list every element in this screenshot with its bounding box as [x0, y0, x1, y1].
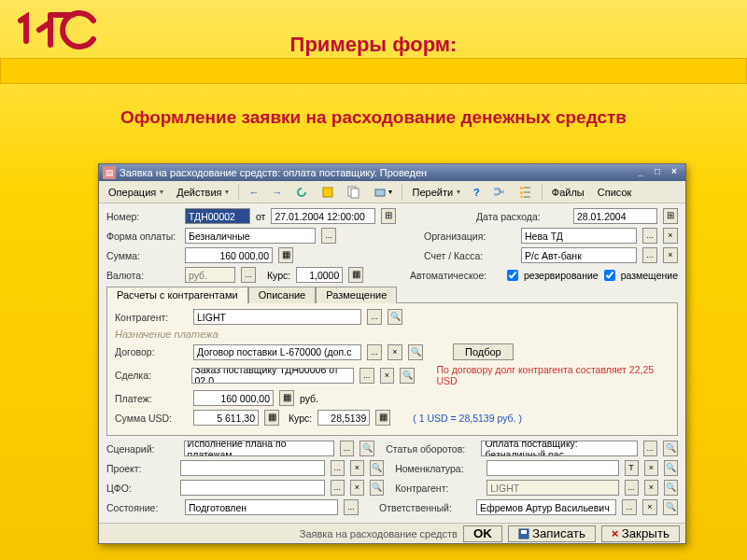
- tab-settlements[interactable]: Расчеты с контрагентами: [106, 287, 248, 303]
- close-label: Закрыть: [622, 526, 669, 540]
- copy-button[interactable]: [342, 184, 366, 201]
- cfo-clear[interactable]: ×: [350, 480, 364, 496]
- close-button[interactable]: ×: [667, 166, 682, 179]
- save-button[interactable]: Записать: [508, 525, 596, 542]
- help-button[interactable]: ?: [468, 184, 486, 201]
- c2-clear[interactable]: ×: [644, 480, 658, 496]
- arrow-right-icon: →: [272, 187, 282, 198]
- pick-button[interactable]: Подбор: [453, 343, 514, 360]
- contract-lookup[interactable]: 🔍: [408, 344, 423, 360]
- sumusd-field[interactable]: 5 611,30: [193, 410, 259, 426]
- date-field[interactable]: 27.01.2004 12:00:00: [271, 208, 375, 224]
- minimize-button[interactable]: _: [633, 166, 648, 179]
- contract-ellipsis[interactable]: ...: [367, 344, 382, 360]
- calendar2-button[interactable]: ⊞: [663, 208, 678, 224]
- project-ellipsis[interactable]: ...: [331, 460, 345, 476]
- rate-calc[interactable]: ▦: [348, 267, 363, 283]
- ok-button[interactable]: OK: [463, 525, 502, 542]
- tab-placement[interactable]: Размещение: [316, 287, 397, 303]
- basedon-icon: [374, 186, 387, 199]
- actions-menu[interactable]: Действия: [171, 184, 234, 201]
- cfo-ellipsis[interactable]: ...: [331, 480, 345, 496]
- project-field[interactable]: [180, 460, 325, 476]
- acct-clear[interactable]: ×: [663, 247, 678, 263]
- payment-calc[interactable]: ▦: [279, 390, 294, 406]
- refresh-button[interactable]: [289, 184, 314, 201]
- deal-ellipsis[interactable]: ...: [359, 368, 374, 384]
- contract-field[interactable]: Договор поставки L-670000 (доп.с: [193, 344, 361, 360]
- org-clear[interactable]: ×: [663, 228, 678, 244]
- nav-forward-button[interactable]: →: [266, 184, 288, 201]
- article-ellipsis[interactable]: ...: [643, 441, 658, 456]
- nomen-clear[interactable]: ×: [644, 460, 658, 476]
- post-button[interactable]: [316, 184, 340, 201]
- rate-field[interactable]: 1,0000: [296, 267, 343, 283]
- cfo-field[interactable]: [180, 480, 325, 496]
- deal-lookup[interactable]: 🔍: [400, 368, 415, 384]
- scenario-lookup[interactable]: 🔍: [359, 441, 374, 456]
- number-field[interactable]: ТДН00002: [185, 208, 250, 224]
- nomenclature-field[interactable]: [486, 460, 618, 476]
- org-field[interactable]: Нева ТД: [521, 228, 637, 244]
- responsible-field[interactable]: Ефремов Артур Васильевич: [476, 499, 616, 515]
- resp-clear[interactable]: ×: [642, 499, 657, 515]
- currency-ellipsis[interactable]: ...: [241, 267, 256, 283]
- reserve-checkbox[interactable]: [507, 270, 518, 281]
- structure-button[interactable]: [487, 184, 512, 201]
- search-icon: 🔍: [390, 312, 401, 321]
- acct-ellipsis[interactable]: ...: [642, 247, 657, 263]
- c2-lookup[interactable]: 🔍: [664, 480, 678, 496]
- counterparty-lookup[interactable]: 🔍: [388, 309, 402, 325]
- scenario-ellipsis[interactable]: ...: [340, 441, 355, 456]
- currency-field: руб.: [185, 267, 235, 283]
- project-lookup[interactable]: 🔍: [370, 460, 384, 476]
- calendar-button[interactable]: ⊞: [381, 208, 396, 224]
- project-clear[interactable]: ×: [350, 460, 364, 476]
- payform-field[interactable]: Безналичные: [185, 228, 316, 244]
- resp-ellipsis[interactable]: ...: [622, 499, 637, 515]
- goto-menu[interactable]: Перейти: [406, 184, 466, 201]
- basedon-button[interactable]: ▾: [368, 184, 398, 201]
- operation-menu[interactable]: Операция: [103, 184, 169, 201]
- nav-back-button[interactable]: ←: [243, 184, 264, 201]
- maximize-button[interactable]: □: [650, 166, 665, 179]
- state-field[interactable]: Подготовлен: [185, 499, 338, 515]
- acct-label: Счет / Касса:: [424, 250, 515, 261]
- acct-field[interactable]: Р/с Авт-банк: [521, 247, 637, 263]
- org-ellipsis[interactable]: ...: [642, 228, 657, 244]
- sumusd-calc[interactable]: ▦: [264, 410, 279, 426]
- date-exp-field[interactable]: 28.01.2004: [573, 208, 657, 224]
- sum-field[interactable]: 160 000,00: [185, 247, 273, 263]
- payform-ellipsis[interactable]: ...: [321, 228, 336, 244]
- counterparty-field[interactable]: LIGHT: [193, 309, 361, 325]
- placement-checkbox[interactable]: [604, 270, 615, 281]
- svg-rect-5: [494, 193, 498, 196]
- state-ellipsis[interactable]: ...: [344, 499, 359, 515]
- cfo-lookup[interactable]: 🔍: [370, 480, 384, 496]
- rate2-calc[interactable]: ▦: [375, 410, 390, 426]
- article-lookup[interactable]: 🔍: [663, 441, 678, 456]
- tab-description[interactable]: Описание: [248, 287, 317, 303]
- close-form-button[interactable]: ×Закрыть: [601, 525, 680, 542]
- tree-button[interactable]: [514, 184, 538, 201]
- rate2-field[interactable]: 28,5139: [317, 410, 370, 426]
- payment-field[interactable]: 160 000,00: [193, 390, 274, 406]
- list-button[interactable]: Список: [592, 184, 638, 201]
- scenario-field[interactable]: Исполнение плана по платежам: [184, 441, 334, 456]
- article-field[interactable]: Оплата поставщику: безналичный рас: [481, 441, 637, 456]
- nomen-lookup[interactable]: 🔍: [664, 460, 678, 476]
- purpose-header: Назначение платежа: [115, 329, 669, 340]
- nomen-T[interactable]: T: [625, 460, 639, 476]
- svg-rect-3: [375, 189, 385, 196]
- c2-ellipsis[interactable]: ...: [625, 480, 639, 496]
- files-button[interactable]: Файлы: [546, 184, 590, 201]
- deal-clear[interactable]: ×: [380, 368, 395, 384]
- deal-field[interactable]: Заказ поставщику ТДН00006 от 02.0: [191, 368, 355, 384]
- arrow-left-icon: ←: [248, 187, 259, 198]
- counterparty-ellipsis[interactable]: ...: [367, 309, 382, 325]
- search-icon: 🔍: [372, 483, 382, 492]
- resp-lookup[interactable]: 🔍: [663, 499, 678, 515]
- contract-clear[interactable]: ×: [388, 344, 402, 360]
- sum-calc[interactable]: ▦: [278, 247, 293, 263]
- scenario-label: Сценарий:: [106, 443, 178, 455]
